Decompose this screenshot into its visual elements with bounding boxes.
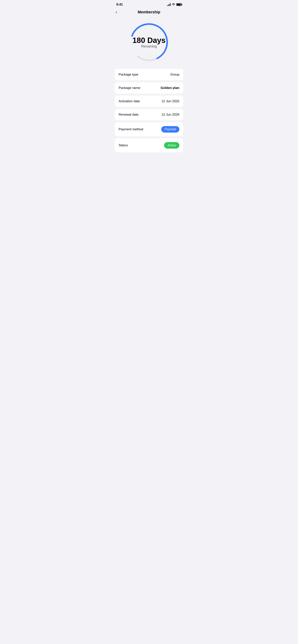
package-type-label: Package type [119,73,138,76]
activation-date-value: 12 Jun 2025 [162,100,179,103]
progress-text: 180 Days Renaming [132,36,166,48]
status-row: Status Active [115,138,183,152]
days-count: 180 Days [132,36,166,44]
renewal-date-label: Renewal date [119,113,138,116]
info-cards: Package type Group Package name Golden p… [112,69,186,152]
battery-icon [176,3,182,6]
status-icons [167,3,182,6]
page-title: Membership [138,10,160,14]
back-button[interactable]: ‹ [116,10,117,14]
renewal-date-value: 12 Jun 2026 [162,113,179,116]
status-time: 9:41 [116,3,123,6]
status-bar: 9:41 [112,0,186,8]
package-type-row: Package type Group [115,69,183,80]
package-type-value: Group [170,73,179,76]
activation-date-row: Activation date 12 Jun 2025 [115,96,183,107]
nav-bar: ‹ Membership [112,8,186,17]
progress-section: 180 Days Renaming [112,17,186,69]
status-label: Status [119,144,128,147]
progress-circle: 180 Days Renaming [128,21,170,63]
progress-subtitle: Renaming [132,44,166,48]
renewal-date-row: Renewal date 12 Jun 2026 [115,109,183,120]
payment-method-badge: Paymob [161,126,179,132]
package-name-label: Package name [119,86,140,90]
activation-date-label: Activation date [119,100,140,103]
package-name-value: Golden plan [161,86,179,90]
package-name-row: Package name Golden plan [115,82,183,94]
signal-icon [167,3,171,6]
payment-method-label: Payment method [119,128,143,131]
wifi-icon [172,3,175,6]
status-badge: Active [164,142,179,148]
payment-method-row: Payment method Paymob [115,122,183,136]
